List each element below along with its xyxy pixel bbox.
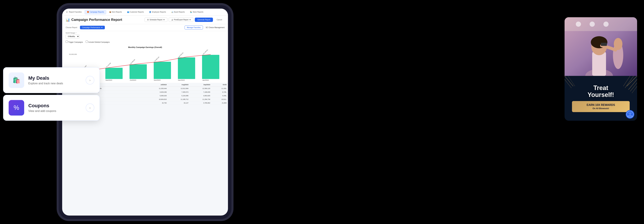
- coupons-subtitle: View and add coupons: [28, 109, 82, 113]
- promo-bottom: Treat Yourself! EARN 10X REWARDS On All …: [564, 76, 637, 121]
- promo-card: Treat Yourself! EARN 10X REWARDS On All …: [564, 17, 637, 121]
- generate-report-button[interactable]: Generate Report: [195, 17, 213, 22]
- svg-line-38: [564, 79, 572, 88]
- salon-background: [564, 17, 637, 76]
- col-sep: Sep/2023: [190, 83, 212, 87]
- store-icon: 🏪: [190, 11, 192, 13]
- svg-rect-27: [564, 17, 637, 31]
- coupons-title: Coupons: [28, 103, 82, 108]
- svg-rect-26: [601, 43, 607, 46]
- aug-cell: 5,104,086: [168, 94, 190, 98]
- jul-cell: 5,083,026: [146, 94, 168, 98]
- report-title-text: Campaign Performance Report: [71, 18, 122, 22]
- deco-lines-svg: [611, 76, 637, 102]
- company-label: SC Choice Management: [206, 26, 224, 28]
- oct-cell: 10,511,: [212, 98, 228, 101]
- oct-cell: 11,333,: [212, 87, 228, 90]
- oct-cell: 6,745,: [212, 90, 228, 94]
- svg-rect-5: [178, 57, 195, 79]
- svg-rect-21: [592, 52, 606, 76]
- percent-icon: %: [14, 104, 19, 111]
- report-title: 📊 Campaign Performance Report: [66, 18, 122, 22]
- choose-report-label: Choose Report: [66, 26, 77, 28]
- aug-cell: 34,147: [168, 101, 190, 105]
- sep-cell: 3,785,862: [190, 101, 212, 105]
- sep-cell: 4,953,925: [190, 94, 212, 98]
- cancel-button[interactable]: Cancel: [214, 18, 224, 22]
- controls-row: Choose Report Campaign Performance ▼ Man…: [62, 24, 228, 31]
- manage-favorites-button[interactable]: Manage Favorites: [184, 25, 203, 29]
- aug-cell: 12,012,084: [168, 87, 190, 90]
- person-icon: 👤: [149, 11, 151, 13]
- logo-svg: Level a Go REWARDS: [626, 111, 634, 118]
- svg-rect-6: [202, 55, 219, 79]
- chart-icon: 📊: [171, 11, 173, 13]
- jul-cell: 32,792: [146, 101, 168, 105]
- svg-text:68,199,203: 68,199,203: [130, 59, 136, 64]
- coupons-arrow-button[interactable]: ›: [86, 103, 94, 112]
- col-aug: Aug/2023: [168, 83, 190, 87]
- print-icon: 🖨: [171, 19, 173, 21]
- chevron-right-icon-2: ›: [90, 106, 90, 110]
- deals-arrow-button[interactable]: ›: [86, 76, 94, 84]
- aug-cell: 11,185,712: [168, 98, 190, 101]
- chart-title: Monthly Campaign Earnings (Overall): [66, 46, 224, 48]
- tab-campaign-reports[interactable]: 🎁 Campaign Reports: [84, 10, 106, 14]
- shopping-bag-icon: 🛍️: [12, 77, 20, 84]
- bar-chart-icon: 📊: [66, 18, 70, 22]
- tab-customer-reports[interactable]: 👥 Customer Reports: [125, 10, 146, 14]
- users-icon: 👥: [127, 11, 129, 13]
- box-icon: 📦: [109, 11, 111, 13]
- svg-text:50,000,000: 50,000,000: [69, 53, 77, 55]
- report-header: 📊 Campaign Performance Report 🗓 Schedule…: [62, 15, 228, 24]
- include-deleted-checkbox[interactable]: [86, 40, 88, 43]
- trigger-campaigns-checkbox-label[interactable]: Trigger Campaigns: [66, 40, 83, 43]
- sep-cell: 7,186,839: [190, 90, 212, 94]
- month-range-select[interactable]: 6 Months: [66, 34, 80, 38]
- chevron-right-icon: ›: [90, 78, 90, 82]
- include-deleted-checkbox-label[interactable]: Include Deleted Campaigns: [86, 40, 110, 43]
- deals-icon-wrapper: 🛍️: [9, 72, 24, 88]
- print-export-button[interactable]: 🖨 Print/Export Report ▼: [169, 17, 194, 22]
- svg-text:86,109,221: 86,109,221: [178, 52, 184, 57]
- svg-text:Sep/2023: Sep/2023: [106, 79, 112, 81]
- col-oct: Oct/2: [212, 83, 228, 87]
- tab-item-reports[interactable]: 📦 Item Reports: [107, 10, 124, 14]
- my-deals-card: 🛍️ My Deals Explore and track new deals …: [3, 67, 100, 93]
- svg-text:51,110,345: 51,110,345: [106, 62, 111, 68]
- tab-employee-reports[interactable]: 👤 Employee Reports: [147, 10, 168, 14]
- svg-text:Oct/2023: Oct/2023: [130, 79, 136, 81]
- tab-asset-reports[interactable]: 📊 Asset Reports: [169, 10, 187, 14]
- coupons-card: % Coupons View and add coupons ›: [3, 95, 100, 121]
- svg-text:101,100,320: 101,100,320: [203, 50, 208, 55]
- calendar-icon: 🗓: [147, 19, 149, 21]
- svg-text:Jan/2024: Jan/2024: [202, 79, 208, 81]
- svg-point-28: [576, 21, 581, 27]
- svg-point-29: [590, 21, 595, 27]
- promo-earn-box: EARN 10X REWARDS On All Blowouts!: [572, 101, 630, 112]
- jul-cell: 11,333,444: [146, 87, 168, 90]
- checkbox-row: Trigger Campaigns Include Deleted Campai…: [62, 40, 228, 44]
- schedule-report-button[interactable]: 🗓 Schedule Report ▼: [144, 17, 167, 22]
- month-range-row: Month Range: * 6 Months: [62, 31, 228, 40]
- svg-line-33: [630, 83, 637, 91]
- jul-cell: 6,929,296: [146, 90, 168, 94]
- promo-image-top: [564, 17, 637, 76]
- month-range-label: Month Range: *: [66, 32, 224, 34]
- svg-text:Dec/2023: Dec/2023: [178, 79, 185, 81]
- tab-store-reports[interactable]: 🏪 Store Reports: [188, 10, 206, 14]
- svg-text:a Go: a Go: [629, 114, 631, 115]
- tab-report-favorites[interactable]: ★ Report Favorites: [64, 10, 84, 14]
- dropdown-arrow-icon: ▼: [163, 19, 165, 21]
- svg-line-36: [623, 76, 630, 86]
- oct-cell: 4,446,: [212, 94, 228, 98]
- star-icon: ★: [66, 11, 68, 13]
- header-actions: 🗓 Schedule Report ▼ 🖨 Print/Export Repor…: [144, 17, 224, 22]
- oct-cell: 21,800: [212, 101, 228, 105]
- svg-text:Level: Level: [628, 112, 632, 114]
- trigger-campaigns-checkbox[interactable]: [66, 40, 68, 43]
- sep-cell: 12,300,120: [190, 87, 212, 90]
- deco-lines-left-svg: [564, 76, 582, 93]
- campaign-performance-dropdown[interactable]: Campaign Performance ▼: [80, 26, 105, 29]
- gift-icon: 🎁: [87, 11, 89, 13]
